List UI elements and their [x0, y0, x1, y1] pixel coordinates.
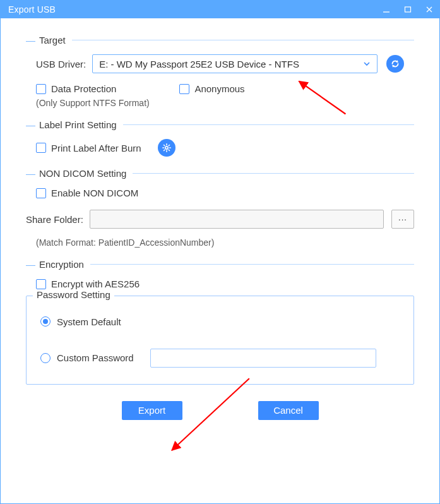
usb-driver-value: E: - WD My Passport 25E2 USB Device - NT… — [99, 59, 299, 69]
minimize-icon — [383, 6, 390, 13]
group-target-header: — Target — [26, 35, 414, 45]
share-folder-input[interactable] — [90, 210, 384, 229]
data-protection-checkbox[interactable]: Data Protection — [36, 83, 116, 94]
usb-driver-select[interactable]: E: - WD My Passport 25E2 USB Device - NT… — [92, 54, 378, 73]
svg-line-14 — [164, 150, 164, 150]
checkbox-icon — [36, 279, 46, 289]
password-setting-legend: Password Setting — [33, 289, 114, 300]
svg-line-13 — [169, 145, 169, 146]
password-setting-fieldset: Password Setting System Default Custom P… — [26, 296, 414, 385]
rule-line — [72, 40, 414, 40]
export-usb-window: Export USB — Target USB Driver: E: - WD … — [0, 0, 440, 504]
maximize-button[interactable] — [403, 4, 413, 15]
cancel-button[interactable]: Cancel — [258, 401, 319, 420]
refresh-icon — [390, 59, 400, 69]
group-labelprint-header: — Label Print Setting — [26, 119, 414, 130]
radio-icon — [40, 316, 51, 327]
rule-dash-icon: — — [26, 168, 35, 179]
enable-nondicom-checkbox[interactable]: Enable NON DICOM — [36, 188, 138, 198]
window-controls — [381, 4, 434, 15]
minimize-button[interactable] — [381, 4, 391, 15]
refresh-button[interactable] — [386, 55, 404, 73]
checkbox-icon — [36, 188, 46, 198]
chevron-down-icon — [363, 59, 371, 69]
close-icon — [425, 6, 433, 13]
radio-icon — [40, 353, 51, 363]
group-nondicom-label: NON DICOM Setting — [39, 168, 126, 179]
action-row: Export Cancel — [26, 401, 414, 420]
checkbox-icon — [179, 84, 189, 94]
enable-nondicom-row: Enable NON DICOM — [36, 188, 414, 198]
close-button[interactable] — [424, 4, 434, 15]
print-after-burn-row: Print Label After Burn — [36, 139, 414, 157]
titlebar: Export USB — [1, 1, 439, 18]
custom-password-radio[interactable]: Custom Password — [40, 352, 134, 363]
rule-dash-icon: — — [26, 259, 35, 270]
target-options-row: Data Protection Anonymous — [36, 83, 414, 94]
rule-line — [133, 173, 414, 174]
share-folder-label: Share Folder: — [26, 214, 83, 225]
print-settings-button[interactable] — [158, 139, 175, 157]
ntfs-hint: (Only Support NTFS Format) — [36, 98, 414, 108]
svg-rect-1 — [405, 7, 411, 12]
encrypt-aes-label: Encrypt with AES256 — [51, 279, 140, 289]
share-folder-row: Share Folder: ... — [26, 210, 414, 229]
svg-line-11 — [164, 145, 164, 146]
group-encryption-label: Encryption — [39, 259, 84, 270]
rule-dash-icon: — — [26, 35, 35, 45]
group-labelprint-label: Label Print Setting — [39, 119, 117, 130]
rule-dash-icon: — — [26, 119, 35, 130]
checkbox-icon — [36, 143, 46, 153]
window-title: Export USB — [8, 4, 56, 15]
print-after-burn-label: Print Label After Burn — [51, 143, 141, 153]
group-nondicom-header: — NON DICOM Setting — [26, 168, 414, 179]
usb-driver-label: USB Driver: — [36, 59, 86, 69]
custom-password-label: Custom Password — [57, 352, 134, 363]
maximize-icon — [404, 6, 412, 13]
checkbox-icon — [36, 84, 46, 94]
gear-icon — [162, 143, 172, 153]
dialog-content: — Target USB Driver: E: - WD My Passport… — [1, 18, 439, 503]
print-after-burn-checkbox[interactable]: Print Label After Burn — [36, 143, 141, 153]
match-format-hint: (Match Format: PatientID_AccessionNumber… — [36, 237, 414, 248]
rule-line — [123, 124, 414, 125]
anonymous-label: Anonymous — [194, 83, 244, 94]
encrypt-aes-checkbox[interactable]: Encrypt with AES256 — [36, 279, 140, 289]
group-encryption-header: — Encryption — [26, 259, 414, 270]
export-button[interactable]: Export — [122, 401, 182, 420]
enable-nondicom-label: Enable NON DICOM — [51, 188, 138, 198]
custom-password-input[interactable] — [150, 349, 376, 368]
encrypt-aes-row: Encrypt with AES256 — [36, 279, 414, 289]
browse-button[interactable]: ... — [391, 210, 414, 229]
rule-line — [90, 264, 414, 265]
system-default-label: System Default — [57, 316, 121, 327]
data-protection-label: Data Protection — [51, 83, 116, 94]
svg-line-12 — [169, 150, 169, 150]
group-target-label: Target — [39, 35, 66, 45]
system-default-radio[interactable]: System Default — [40, 316, 121, 327]
svg-point-6 — [165, 147, 167, 149]
anonymous-checkbox[interactable]: Anonymous — [179, 83, 244, 94]
usb-driver-row: USB Driver: E: - WD My Passport 25E2 USB… — [36, 54, 414, 73]
